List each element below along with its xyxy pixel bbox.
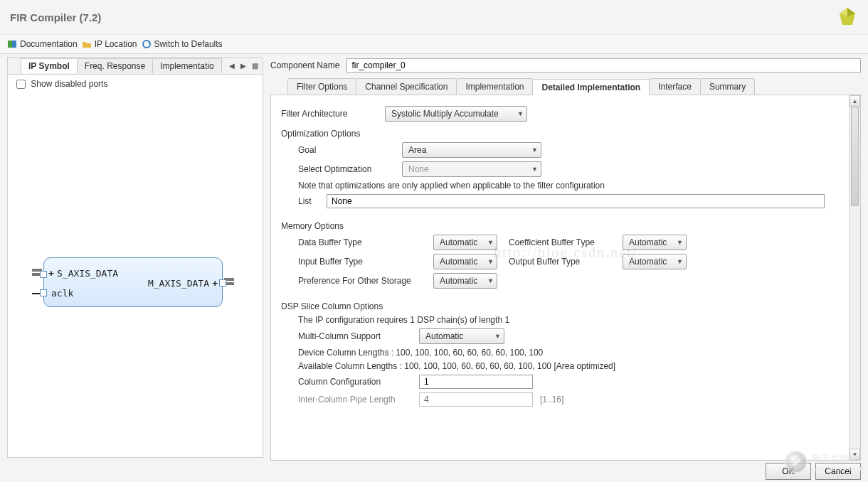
folder-icon <box>82 39 92 49</box>
goal-combo[interactable]: Area ▼ <box>402 142 541 158</box>
chevron-down-icon: ▼ <box>517 110 524 117</box>
dsp-section-title: DSP Slice Column Options <box>281 301 840 311</box>
book-icon <box>7 39 17 49</box>
scroll-up-icon[interactable]: ▲ <box>850 95 860 107</box>
mcs-value: Automatic <box>425 331 463 341</box>
title-bar: FIR Compiler (7.2) <box>0 0 868 34</box>
ip-location-link[interactable]: IP Location <box>82 39 137 49</box>
tab-filter-options[interactable]: Filter Options <box>287 78 356 95</box>
memory-section-title: Memory Options <box>281 221 840 231</box>
tab-implementation[interactable]: Implementation <box>456 78 533 95</box>
tab-ip-symbol[interactable]: IP Symbol <box>21 58 78 73</box>
switch-defaults-label: Switch to Defaults <box>154 39 223 49</box>
out-buf-value: Automatic <box>629 257 667 267</box>
ip-symbol-canvas[interactable]: + S_AXIS_DATA M_AXIS_DATA + aclk <box>8 94 263 457</box>
chevron-down-icon: ▼ <box>494 333 501 340</box>
port-aclk-label: aclk <box>51 288 73 299</box>
tab-implementation-detail[interactable]: Implementatio <box>152 58 221 73</box>
refresh-icon <box>142 39 152 49</box>
filter-arch-combo[interactable]: Systolic Multiply Accumulate ▼ <box>385 106 527 122</box>
scroll-track[interactable] <box>850 107 860 449</box>
scroll-thumb[interactable] <box>851 107 859 206</box>
chevron-down-icon: ▼ <box>487 277 494 284</box>
pref-storage-value: Automatic <box>440 276 477 286</box>
out-buf-label: Output Buffer Type <box>509 257 615 267</box>
tab-interface[interactable]: Interface <box>649 78 701 95</box>
in-buf-value: Automatic <box>440 257 477 267</box>
port-s-axis-label: S_AXIS_DATA <box>57 268 118 279</box>
window-title: FIR Compiler (7.2) <box>10 11 101 23</box>
tab-detailed-implementation[interactable]: Detailed Implementation <box>532 79 650 95</box>
left-tabs: IP Symbol Freq. Response Implementatio ◀… <box>8 58 263 75</box>
component-name-label: Component Name <box>270 60 339 70</box>
pref-storage-combo[interactable]: Automatic ▼ <box>433 273 497 289</box>
show-disabled-ports-label: Show disabled ports <box>31 79 107 89</box>
coef-buf-combo[interactable]: Automatic ▼ <box>623 235 687 250</box>
out-buf-combo[interactable]: Automatic ▼ <box>623 254 687 269</box>
port-m-axis-label: M_AXIS_DATA <box>148 278 209 289</box>
chevron-down-icon: ▼ <box>531 166 538 173</box>
svg-rect-4 <box>12 41 16 48</box>
chevron-down-icon: ▼ <box>677 258 683 265</box>
switch-defaults-link[interactable]: Switch to Defaults <box>142 39 223 49</box>
cancel-button[interactable]: Cancel <box>815 463 861 480</box>
chevron-down-icon: ▼ <box>677 239 683 246</box>
port-m-axis-icon <box>219 279 226 286</box>
show-disabled-ports-checkbox[interactable]: Show disabled ports <box>14 79 107 89</box>
col-cfg-input[interactable] <box>419 375 533 389</box>
chevron-down-icon: ▼ <box>487 258 494 265</box>
top-toolbar: Documentation IP Location Switch to Defa… <box>0 34 868 54</box>
list-label: List <box>298 196 319 206</box>
vendor-logo-icon <box>837 6 858 28</box>
optimization-section-title: Optimization Options <box>281 129 840 139</box>
pipe-len-label: Inter-Column Pipe Length <box>298 395 412 405</box>
select-opt-value: None <box>408 164 429 174</box>
opt-note: Note that optimizations are only applied… <box>298 181 605 191</box>
select-opt-label: Select Optimization <box>298 164 395 174</box>
pipe-range-text: [1..16] <box>540 395 563 405</box>
scroll-down-icon[interactable]: ▼ <box>850 449 860 460</box>
data-buf-value: Automatic <box>440 237 477 247</box>
col-cfg-label: Column Configuration <box>298 377 412 387</box>
documentation-link[interactable]: Documentation <box>7 39 78 49</box>
documentation-label: Documentation <box>20 39 78 49</box>
tab-summary[interactable]: Summary <box>700 78 755 95</box>
select-opt-combo: None ▼ <box>402 161 541 177</box>
chevron-down-icon: ▼ <box>487 239 494 246</box>
tab-freq-response[interactable]: Freq. Response <box>77 58 153 73</box>
ip-location-label: IP Location <box>95 39 137 49</box>
ip-block[interactable]: + S_AXIS_DATA M_AXIS_DATA + aclk <box>43 257 223 307</box>
right-panel: Component Name Filter Options Channel Sp… <box>268 54 868 461</box>
ok-button[interactable]: OK <box>766 463 811 480</box>
tab-menu-icon[interactable]: ▦ <box>250 62 260 70</box>
mcs-combo[interactable]: Automatic ▼ <box>419 328 504 344</box>
chevron-down-icon: ▼ <box>531 146 538 154</box>
config-pane: http://blog.csdn.net/ Filter Architectur… <box>270 95 861 461</box>
pipe-len-input[interactable] <box>419 392 533 407</box>
pref-storage-label: Preference For Other Storage <box>298 276 426 286</box>
expand-m-axis-icon[interactable]: + <box>212 278 218 289</box>
opt-list-field <box>327 194 825 208</box>
config-tabs: Filter Options Channel Specification Imp… <box>270 77 861 95</box>
data-buf-combo[interactable]: Automatic ▼ <box>433 235 497 250</box>
port-s-axis-icon <box>40 271 47 278</box>
config-scrollbar[interactable]: ▲ ▼ <box>849 95 860 460</box>
tab-channel-spec[interactable]: Channel Specification <box>356 78 457 95</box>
expand-s-axis-icon[interactable]: + <box>48 268 54 279</box>
avail-col-text: Available Column Lengths : 100, 100, 100… <box>298 361 615 371</box>
coef-buf-value: Automatic <box>629 237 667 247</box>
filter-arch-label: Filter Architecture <box>281 109 378 119</box>
tab-scroll-left-icon[interactable]: ◀ <box>228 62 236 70</box>
svg-rect-3 <box>8 41 12 48</box>
filter-arch-value: Systolic Multiply Accumulate <box>391 109 499 119</box>
data-buf-label: Data Buffer Type <box>298 237 426 247</box>
mcs-label: Multi-Column Support <box>298 331 412 341</box>
in-buf-label: Input Buffer Type <box>298 257 426 267</box>
goal-label: Goal <box>298 145 395 155</box>
dialog-footer: OK Cancel <box>766 461 861 482</box>
dsp-requirement-text: The IP configuration requires 1 DSP chai… <box>298 315 509 325</box>
component-name-input[interactable] <box>346 58 861 73</box>
in-buf-combo[interactable]: Automatic ▼ <box>433 254 497 269</box>
device-col-text: Device Column Lengths : 100, 100, 100, 6… <box>298 348 543 358</box>
tab-scroll-right-icon[interactable]: ▶ <box>239 62 248 70</box>
